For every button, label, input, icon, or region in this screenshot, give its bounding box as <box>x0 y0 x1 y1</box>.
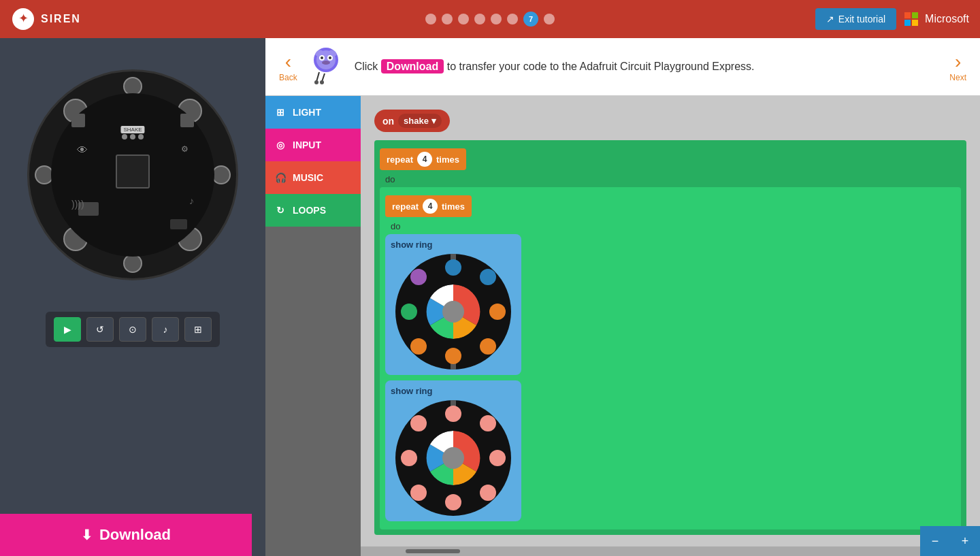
ring2-led-2 <box>489 450 506 466</box>
svg-point-13 <box>314 80 318 84</box>
scrollbar-thumb <box>406 549 460 553</box>
ring1-led-3 <box>480 338 496 355</box>
code-area: ⊞ LIGHT ◎ INPUT 🎧 MUSIC ↻ LOOPS <box>265 96 980 556</box>
next-chevron-icon: › <box>955 51 961 73</box>
progress-dot-5[interactable] <box>491 14 502 24</box>
play-button[interactable]: ▶ <box>54 317 81 342</box>
play-icon: ▶ <box>64 324 71 335</box>
progress-dot-3[interactable] <box>458 14 469 24</box>
record-button[interactable]: ⊙ <box>119 317 146 342</box>
controls-bar: ▶ ↺ ⊙ ♪ ⊞ <box>46 312 220 347</box>
progress-dot-6[interactable] <box>507 14 518 24</box>
circuit-board: SHAKE )))) <box>27 69 238 280</box>
shake-label: shake <box>404 116 429 126</box>
horizontal-scrollbar[interactable] <box>361 546 980 556</box>
progress-dot-2[interactable] <box>442 14 453 24</box>
next-button[interactable]: › Next <box>949 51 966 82</box>
shake-dropdown[interactable]: shake ▾ <box>398 114 442 128</box>
do-inner-label: do <box>391 221 956 231</box>
svg-point-18 <box>442 447 464 469</box>
ring-2-display <box>395 400 511 516</box>
screenshot-button[interactable]: ⊞ <box>184 317 212 342</box>
small-leds <box>122 134 144 140</box>
progress-dot-8[interactable] <box>544 14 555 24</box>
target-icon: ◎ <box>274 138 287 152</box>
show-ring-2-label: show ring <box>391 386 516 396</box>
reset-label[interactable]: SHAKE <box>120 126 144 133</box>
microsoft-grid-icon <box>904 12 918 26</box>
progress-dot-7[interactable]: 7 <box>523 12 538 27</box>
ring2-led-5 <box>410 485 427 501</box>
ring2-led-7 <box>410 415 427 431</box>
inner-loop: repeat 4 times do show ring <box>380 187 961 529</box>
back-chevron-icon: ‹ <box>285 51 291 73</box>
microsoft-label: Microsoft <box>925 13 969 25</box>
component-tl <box>71 114 85 127</box>
back-button[interactable]: ‹ Back <box>279 51 297 82</box>
ring1-led-6 <box>401 304 417 320</box>
svg-point-16 <box>442 301 464 323</box>
on-shake-block[interactable]: on shake ▾ <box>374 110 450 132</box>
input-block-button[interactable]: ◎ INPUT <box>265 129 361 161</box>
circuit-board-container: SHAKE )))) <box>17 49 248 301</box>
ring1-led-2 <box>489 304 506 320</box>
download-highlight: Download <box>381 59 444 73</box>
zoom-out-button[interactable]: − <box>920 526 950 556</box>
next-label: Next <box>949 73 966 82</box>
repeat-outer-label: repeat <box>387 154 413 165</box>
logo: ✦ SIREN <box>11 7 81 31</box>
ring2-led-6 <box>401 450 417 466</box>
ms-yellow <box>912 20 918 26</box>
repeat-inner-suffix: times <box>442 201 465 212</box>
download-icon: ⬇ <box>81 527 93 543</box>
app-title: SIREN <box>41 13 81 25</box>
component-tr <box>180 114 194 127</box>
headphones-icon: 🎧 <box>274 171 287 184</box>
show-ring-2-block[interactable]: show ring <box>385 380 521 521</box>
adafruit-logo-icon: ✦ <box>11 7 35 31</box>
loops-block-button[interactable]: ↻ LOOPS <box>265 194 361 227</box>
repeat-outer-block[interactable]: repeat 4 times <box>380 148 466 170</box>
sound-button[interactable]: ♪ <box>152 317 179 342</box>
back-label: Back <box>279 73 297 82</box>
pad-bottom <box>123 254 142 273</box>
do-outer-label: do <box>385 174 961 184</box>
component-br <box>170 219 187 229</box>
progress-dot-4[interactable] <box>474 14 485 24</box>
exit-tutorial-button[interactable]: ↗ Exit tutorial <box>815 8 896 30</box>
ring1-led-0 <box>445 259 461 276</box>
ring1-led-7 <box>410 269 427 285</box>
ring2-pie-svg <box>426 431 480 485</box>
ring1-pie <box>426 284 480 339</box>
eye-icon: 👁 <box>77 144 88 157</box>
canvas-area[interactable]: on shake ▾ repeat 4 times do <box>361 96 980 556</box>
download-button[interactable]: ⬇ Download <box>0 514 252 556</box>
left-panel: SHAKE )))) <box>0 38 265 556</box>
instruction-suffix: to transfer your code to the Adafruit Ci… <box>447 61 755 72</box>
ring2-led-0 <box>445 406 461 422</box>
music-block-button[interactable]: 🎧 MUSIC <box>265 161 361 194</box>
show-ring-1-block[interactable]: show ring <box>385 234 521 375</box>
on-label: on <box>382 116 394 127</box>
board-inner: SHAKE )))) <box>51 93 214 257</box>
note-icon: ♪ <box>189 195 194 206</box>
repeat-inner-block[interactable]: repeat 4 times <box>385 195 472 217</box>
music-label: MUSIC <box>293 172 323 183</box>
shake-chevron-icon: ▾ <box>431 116 436 126</box>
repeat-inner-num: 4 <box>423 199 438 214</box>
light-block-button[interactable]: ⊞ LIGHT <box>265 96 361 129</box>
refresh-button[interactable]: ↺ <box>86 317 114 342</box>
zoom-minus-icon: − <box>932 534 939 549</box>
zoom-in-button[interactable]: + <box>950 526 980 556</box>
header-left: ✦ SIREN <box>11 7 81 31</box>
ring1-led-1 <box>480 269 496 285</box>
pad-right <box>212 165 231 184</box>
zoom-plus-icon: + <box>962 534 969 549</box>
progress-dot-1[interactable] <box>425 14 436 24</box>
ring1-pie-svg <box>426 284 480 339</box>
ring2-led-3 <box>480 485 496 501</box>
ring2-led-1 <box>480 415 496 431</box>
record-icon: ⊙ <box>129 324 137 335</box>
microsoft-logo: Microsoft <box>904 12 969 26</box>
ms-red <box>904 12 911 18</box>
